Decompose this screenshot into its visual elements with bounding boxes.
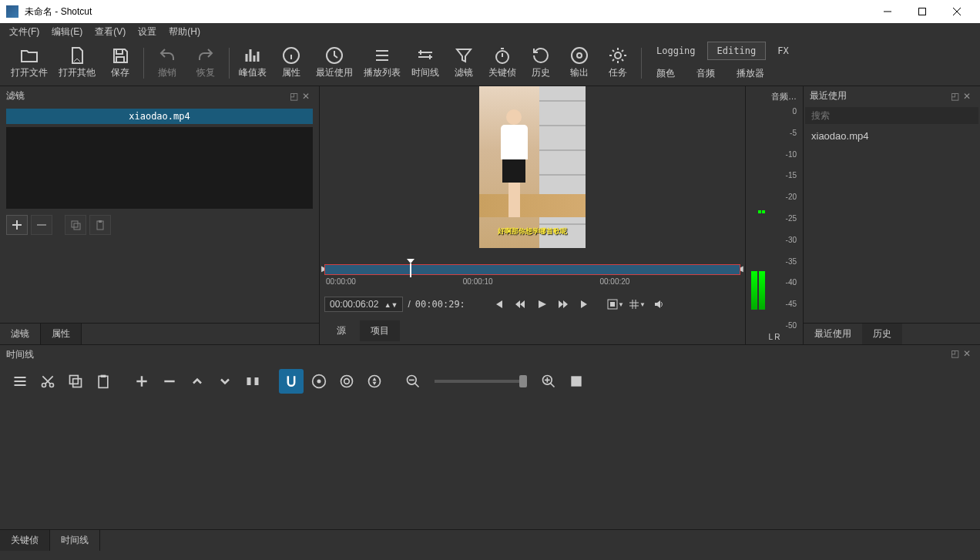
menu-view[interactable]: 查看(V) (89, 24, 132, 40)
lift-button[interactable] (185, 369, 210, 394)
remove-button[interactable] (157, 369, 182, 394)
menu-button[interactable] (8, 369, 32, 394)
paste-filter-button[interactable] (89, 215, 111, 235)
timeline-panel: 时间线 ◰ ✕ 关键侦 时间线 (0, 344, 980, 551)
svg-rect-20 (255, 377, 259, 385)
save-button[interactable]: 保存 (102, 43, 139, 82)
folder-icon (20, 46, 39, 65)
open-file-button[interactable]: 打开文件 (6, 43, 52, 82)
close-panel-icon[interactable]: ✕ (963, 348, 974, 359)
recent-button[interactable]: 最近使用 (311, 43, 357, 82)
add-filter-button[interactable] (6, 215, 28, 235)
tab-filters[interactable]: 滤镜 (0, 324, 41, 344)
search-input[interactable] (805, 107, 978, 124)
keyframes-button[interactable]: 关键侦 (484, 43, 521, 82)
timeline-button[interactable]: 时间线 (407, 43, 444, 82)
player-tabs: 源 项目 (320, 317, 745, 344)
close-panel-icon[interactable]: ✕ (963, 91, 974, 102)
color-button[interactable]: 颜色 (646, 63, 685, 84)
history-icon (532, 46, 550, 65)
menu-edit[interactable]: 编辑(E) (45, 24, 89, 40)
peak-meter-button[interactable]: 峰值表 (234, 43, 271, 82)
ripple-all-button[interactable] (362, 369, 387, 394)
total-time: 00:00:29: (415, 299, 465, 310)
video-preview-area[interactable]: 好啊那你想学哪首歌呢 (320, 86, 745, 261)
audio-button[interactable]: 音频 (686, 63, 725, 84)
svg-rect-17 (99, 376, 108, 387)
menu-help[interactable]: 帮助(H) (163, 24, 206, 40)
snap-button[interactable] (279, 369, 304, 394)
play-button[interactable] (533, 296, 550, 313)
minimize-button[interactable] (870, 0, 904, 23)
svg-rect-8 (74, 223, 80, 230)
remove-filter-button[interactable] (31, 215, 52, 235)
maximize-button[interactable] (904, 0, 939, 23)
redo-icon (196, 46, 215, 65)
zoom-slider[interactable] (435, 380, 527, 383)
skip-start-button[interactable] (490, 296, 507, 313)
svg-point-23 (341, 376, 353, 387)
timeline-icon (416, 46, 435, 65)
app-icon (6, 5, 18, 18)
filter-list[interactable] (6, 127, 313, 209)
tab-keyframes[interactable]: 关键侦 (0, 530, 50, 551)
jobs-button[interactable]: 任务 (599, 43, 636, 82)
logging-button[interactable]: Logging (646, 42, 706, 60)
export-button[interactable]: 输出 (561, 43, 598, 82)
close-button[interactable] (939, 0, 974, 23)
timeline-tracks[interactable] (0, 398, 980, 529)
popout-icon[interactable]: ◰ (951, 91, 962, 102)
open-other-button[interactable]: 打开其他 (54, 43, 100, 82)
skip-end-button[interactable] (576, 296, 593, 313)
redo-button[interactable]: 恢复 (187, 43, 224, 82)
svg-rect-15 (70, 376, 79, 384)
undo-button[interactable]: 撤销 (149, 43, 186, 82)
filters-header: 滤镜 ◰ ✕ (0, 86, 319, 106)
current-time-input[interactable]: 00:00:06:02 ▲▼ (324, 297, 403, 312)
tab-source[interactable]: 源 (326, 320, 357, 341)
editing-button[interactable]: Editing (707, 42, 767, 60)
tab-properties[interactable]: 属性 (41, 324, 82, 344)
clock-icon (325, 46, 344, 65)
tab-project[interactable]: 项目 (360, 320, 400, 341)
append-button[interactable] (129, 369, 154, 394)
overwrite-button[interactable] (213, 369, 237, 394)
zoom-fit-button[interactable] (564, 369, 589, 394)
split-button[interactable] (240, 369, 265, 394)
copy-filter-button[interactable] (65, 215, 86, 235)
menu-file[interactable]: 文件(F) (3, 24, 45, 40)
tab-history[interactable]: 历史 (862, 324, 902, 344)
scrubber[interactable]: ▶ ◀ 00:00:00 00:00:10 00:00:20 (324, 264, 740, 291)
tab-recent[interactable]: 最近使用 (804, 324, 862, 344)
playhead[interactable] (410, 263, 411, 277)
paste-button[interactable] (91, 369, 116, 394)
zoom-in-button[interactable] (536, 369, 561, 394)
fast-forward-button[interactable] (555, 296, 572, 313)
copy-button[interactable] (63, 369, 88, 394)
volume-button[interactable] (650, 296, 667, 313)
ripple-button[interactable] (334, 369, 359, 394)
fx-button[interactable]: FX (767, 42, 798, 60)
tab-timeline[interactable]: 时间线 (50, 530, 100, 551)
zoom-handle[interactable] (519, 375, 527, 387)
grid-button[interactable]: ▼ (629, 296, 646, 313)
rewind-button[interactable] (512, 296, 529, 313)
playlist-button[interactable]: 播放列表 (359, 43, 405, 82)
player-tab-button[interactable]: 播放器 (727, 63, 774, 84)
zoom-fit-button[interactable]: ▼ (607, 296, 624, 313)
history-button[interactable]: 历史 (522, 43, 559, 82)
menu-settings[interactable]: 设置 (132, 24, 163, 40)
timeline-toolbar (0, 364, 980, 398)
player-panel: 好啊那你想学哪首歌呢 ▶ ◀ 00:00:00 00:00:10 00:00:2… (320, 86, 745, 344)
properties-button[interactable]: 属性 (273, 43, 310, 82)
svg-rect-18 (101, 375, 106, 377)
scrub-button[interactable] (307, 369, 331, 394)
filters-button[interactable]: 滤镜 (445, 43, 482, 82)
svg-point-24 (369, 376, 381, 387)
zoom-out-button[interactable] (401, 369, 425, 394)
popout-icon[interactable]: ◰ (290, 91, 300, 102)
cut-button[interactable] (35, 369, 60, 394)
recent-item[interactable]: xiaodao.mp4 (804, 126, 980, 146)
popout-icon[interactable]: ◰ (951, 348, 962, 359)
close-panel-icon[interactable]: ✕ (302, 91, 313, 102)
